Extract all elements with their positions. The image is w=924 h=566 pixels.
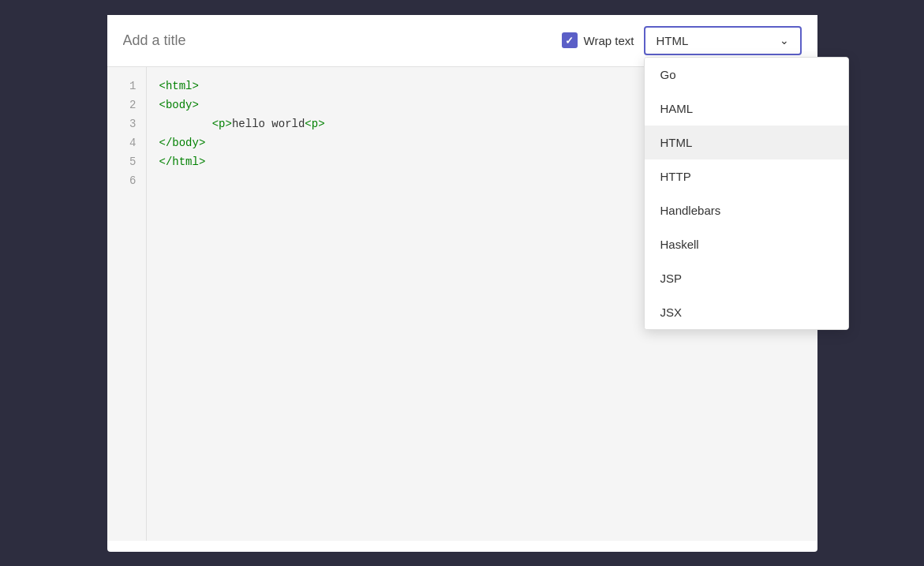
line-number-4: 4 <box>107 133 146 152</box>
title-input[interactable] <box>123 32 562 49</box>
dropdown-item-haml[interactable]: HAML <box>645 92 848 126</box>
main-container: ✓ Wrap text HTML ⌄ Go HAML HTML HTTP Han… <box>107 15 817 552</box>
dropdown-item-go[interactable]: Go <box>645 58 848 92</box>
line-number-6: 6 <box>107 171 146 190</box>
language-dropdown-button[interactable]: HTML ⌄ <box>644 26 802 55</box>
dropdown-item-jsx[interactable]: JSX <box>645 295 848 329</box>
dropdown-menu: Go HAML HTML HTTP Handlebars Haskell JSP… <box>644 57 849 330</box>
selected-language-label: HTML <box>657 34 689 47</box>
wrap-text-label: Wrap text <box>584 34 634 47</box>
chevron-down-icon: ⌄ <box>780 34 789 47</box>
line-number-3: 3 <box>107 114 146 133</box>
line-number-5: 5 <box>107 152 146 171</box>
wrap-text-checkbox[interactable]: ✓ <box>562 32 578 48</box>
header-right: ✓ Wrap text HTML ⌄ Go HAML HTML HTTP Han… <box>562 26 802 55</box>
line-number-1: 1 <box>107 77 146 96</box>
header: ✓ Wrap text HTML ⌄ Go HAML HTML HTTP Han… <box>107 15 817 67</box>
wrap-text-container: ✓ Wrap text <box>562 32 634 48</box>
language-dropdown-container: HTML ⌄ Go HAML HTML HTTP Handlebars Hask… <box>644 26 802 55</box>
line-number-2: 2 <box>107 96 146 114</box>
check-icon: ✓ <box>565 35 574 47</box>
dropdown-item-haskell[interactable]: Haskell <box>645 227 848 261</box>
dropdown-item-jsp[interactable]: JSP <box>645 261 848 295</box>
dropdown-item-html[interactable]: HTML <box>645 126 848 159</box>
dropdown-item-handlebars[interactable]: Handlebars <box>645 193 848 227</box>
line-numbers: 1 2 3 4 5 6 <box>107 67 147 541</box>
dropdown-item-http[interactable]: HTTP <box>645 159 848 193</box>
